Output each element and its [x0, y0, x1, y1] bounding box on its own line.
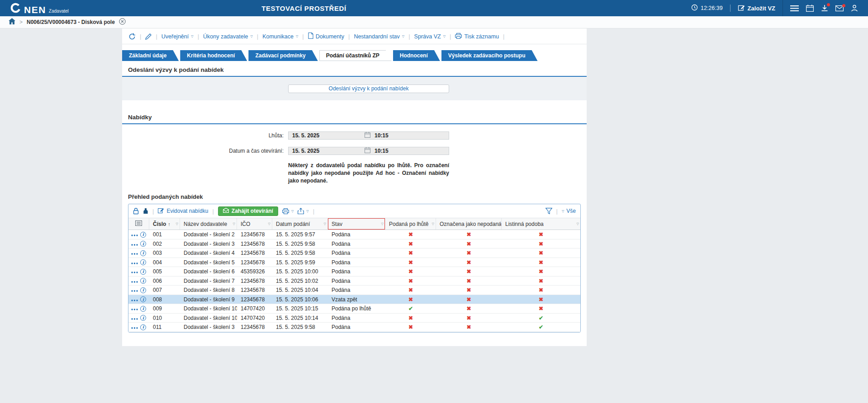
row-menu-icon[interactable] — [131, 305, 138, 312]
row-menu-icon[interactable] — [131, 296, 138, 303]
view-all-button[interactable]: ▽Vše — [562, 208, 576, 214]
filter-caret-icon[interactable]: ▽ — [176, 222, 178, 226]
send-invitation-button[interactable]: Odeslání výzvy k podání nabídek — [288, 84, 449, 93]
row-menu-icon[interactable] — [131, 259, 138, 266]
info-icon[interactable]: i — [140, 250, 146, 256]
toolbar-item-1[interactable]: Úkony zadavatele▽ — [203, 33, 253, 40]
separator — [783, 0, 783, 16]
filter-caret-icon[interactable]: ▽ — [577, 222, 579, 226]
deadline-field[interactable]: 15. 5. 2025 10:15 — [288, 131, 449, 140]
table-row[interactable]: i004Dodavatel - školení 51234567815. 5. … — [128, 258, 580, 267]
info-icon[interactable]: i — [140, 287, 146, 293]
calendar-small-icon[interactable] — [365, 132, 370, 139]
edit-record-button[interactable] — [145, 33, 152, 40]
column-header-6[interactable]: Označena jako nepodaná▽ — [436, 218, 502, 230]
history-button[interactable] — [128, 33, 136, 40]
lock-button[interactable] — [133, 208, 139, 215]
filter-caret-icon[interactable]: ▽ — [268, 222, 270, 226]
table-row[interactable]: i008Dodavatel - školení 91234567815. 5. … — [128, 295, 580, 305]
home-icon[interactable] — [9, 18, 15, 26]
tab-0[interactable]: Základní údaje — [122, 50, 179, 61]
create-vz-button[interactable]: Založit VZ — [738, 4, 775, 13]
info-icon[interactable]: i — [140, 259, 146, 265]
table-row[interactable]: i010Dodavatel - školení 101470742015. 5.… — [128, 314, 580, 323]
cross-icon: ✖ — [466, 241, 471, 247]
export-button[interactable]: ▽ — [298, 208, 308, 214]
row-menu-icon[interactable] — [131, 250, 138, 256]
info-icon[interactable]: i — [140, 241, 146, 247]
row-menu-icon[interactable] — [131, 278, 138, 284]
row-menu-icon[interactable] — [131, 287, 138, 293]
print-table-button[interactable]: ▽ — [282, 208, 294, 214]
calendar-small-icon[interactable] — [365, 147, 370, 155]
table-row[interactable]: i009Dodavatel - školení 101470742015. 5.… — [128, 304, 580, 314]
toolbar-item-5[interactable]: Správa VZ▽ — [414, 33, 446, 40]
tab-3[interactable]: Podání účastníků ZP — [319, 50, 392, 61]
filter-caret-icon[interactable]: ▽ — [324, 222, 326, 226]
cell-number: 009 — [149, 305, 180, 312]
table-row[interactable]: i002Dodavatel - školení 31234567815. 5. … — [128, 239, 580, 249]
caret-down-icon: ▽ — [402, 35, 404, 38]
filter-caret-icon[interactable]: ▽ — [432, 222, 434, 226]
info-icon[interactable]: i — [140, 324, 146, 330]
close-record-icon[interactable] — [119, 18, 126, 27]
column-header-1[interactable]: Název dodavatele▽ — [180, 218, 237, 230]
table-row[interactable]: i006Dodavatel - školení 71234567815. 5. … — [128, 276, 580, 286]
filter-caret-icon[interactable]: ▽ — [381, 222, 384, 226]
cell-ico: 12345678 — [237, 324, 272, 330]
info-icon[interactable]: i — [140, 306, 146, 312]
table-row[interactable]: i003Dodavatel - školení 41234567815. 5. … — [128, 248, 580, 258]
toolbar-item-4[interactable]: Nestandardní stav▽ — [354, 33, 404, 40]
opening-date-value[interactable]: 15. 5. 2025 — [289, 148, 365, 154]
row-menu-icon[interactable] — [131, 324, 138, 330]
column-header-5[interactable]: Podaná po lhůtě▽ — [385, 218, 436, 230]
ink-stamp-button[interactable] — [143, 208, 148, 214]
info-icon[interactable]: i — [140, 278, 146, 284]
breadcrumb-record[interactable]: N006/25/V00004673 - Disková pole — [27, 19, 115, 25]
row-menu-icon[interactable] — [131, 241, 138, 247]
toolbar-item-6[interactable]: Tisk záznamu — [455, 33, 499, 40]
opening-time-value[interactable]: 10:15 — [370, 148, 389, 154]
filter-caret-icon[interactable]: ▽ — [233, 222, 235, 226]
tab-5[interactable]: Výsledek zadávacího postupu — [441, 50, 538, 61]
column-header-7[interactable]: Listinná podoba▽ — [502, 218, 580, 230]
deadline-time-value[interactable]: 10:15 — [370, 132, 389, 139]
info-icon[interactable]: i — [140, 315, 146, 321]
opening-field[interactable]: 15. 5. 2025 10:15 — [288, 147, 449, 155]
cell-status: Podána — [328, 259, 385, 266]
filter-button[interactable] — [545, 208, 552, 214]
column-settings-header[interactable] — [128, 218, 149, 230]
downloads-button[interactable] — [821, 5, 828, 12]
info-icon[interactable]: i — [140, 296, 146, 302]
calendar-button[interactable] — [806, 5, 814, 12]
table-row[interactable]: i011Dodavatel - školení 31234567815. 5. … — [128, 323, 580, 332]
topbar: NEN Zadavatel TESTOVACÍ PROSTŘEDÍ 12:26:… — [0, 0, 868, 16]
toolbar-item-0[interactable]: Uveřejnění▽ — [161, 33, 194, 40]
toolbar-item-2[interactable]: Komunikace▽ — [262, 33, 298, 40]
register-bid-button[interactable]: Evidovat nabídku — [158, 207, 208, 215]
messages-button[interactable] — [835, 5, 844, 11]
row-menu-icon[interactable] — [131, 268, 138, 275]
tab-1[interactable]: Kritéria hodnocení — [180, 50, 247, 61]
nen-brand[interactable]: NEN Zadavatel — [0, 2, 69, 14]
column-label: Datum podání — [276, 221, 310, 227]
column-header-4[interactable]: Stav▽ — [328, 218, 385, 230]
filter-caret-icon[interactable]: ▽ — [498, 222, 500, 226]
user-button[interactable] — [851, 5, 858, 12]
toolbar-item-3[interactable]: Dokumenty — [308, 33, 344, 40]
info-icon[interactable]: i — [140, 232, 146, 238]
column-header-3[interactable]: Datum podání▽ — [272, 218, 328, 230]
start-opening-button[interactable]: Zahájit otevírání — [218, 206, 278, 216]
tab-2[interactable]: Zadávací podmínky — [248, 50, 318, 61]
table-row[interactable]: i001Dodavatel - školení 21234567815. 5. … — [128, 230, 580, 239]
table-row[interactable]: i005Dodavatel - školení 64535932615. 5. … — [128, 267, 580, 276]
column-header-0[interactable]: Číslo↑▽ — [149, 218, 180, 230]
tab-4[interactable]: Hodnocení — [393, 50, 440, 61]
menu-button[interactable] — [790, 5, 799, 11]
column-header-2[interactable]: IČO▽ — [237, 218, 272, 230]
row-menu-icon[interactable] — [131, 315, 138, 321]
table-row[interactable]: i007Dodavatel - školení 81234567815. 5. … — [128, 286, 580, 295]
deadline-date-value[interactable]: 15. 5. 2025 — [289, 132, 365, 139]
row-menu-icon[interactable] — [131, 231, 138, 238]
info-icon[interactable]: i — [140, 269, 146, 275]
